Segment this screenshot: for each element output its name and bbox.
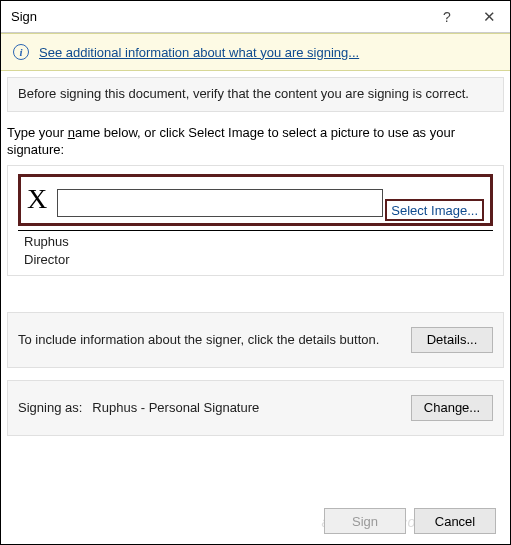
signature-name-input[interactable] xyxy=(57,189,383,217)
cancel-button[interactable]: Cancel xyxy=(414,508,496,534)
prompt-accesskey: n xyxy=(68,125,75,140)
signature-highlight: X Select Image... xyxy=(18,174,493,227)
help-button[interactable]: ? xyxy=(426,1,468,33)
details-section: To include information about the signer,… xyxy=(7,312,504,368)
verify-text: Before signing this document, verify tha… xyxy=(18,86,469,101)
signing-as-section: Signing as: Ruphus - Personal Signature … xyxy=(7,380,504,436)
details-text: To include information about the signer,… xyxy=(18,332,411,347)
dialog-content: Before signing this document, verify tha… xyxy=(1,77,510,436)
info-icon: i xyxy=(13,44,29,60)
signature-line xyxy=(18,230,493,231)
info-link[interactable]: See additional information about what yo… xyxy=(39,45,359,60)
signature-area: X Select Image... Ruphus Director xyxy=(7,165,504,276)
select-image-link[interactable]: Select Image... xyxy=(385,199,484,221)
signature-prompt: Type your name below, or click Select Im… xyxy=(7,124,504,159)
close-button[interactable]: ✕ xyxy=(468,1,510,33)
verify-section: Before signing this document, verify tha… xyxy=(7,77,504,112)
change-button[interactable]: Change... xyxy=(411,395,493,421)
signature-row: X Select Image... xyxy=(27,183,484,218)
dialog-footer: Sign Cancel xyxy=(324,508,496,534)
signature-x-marker: X xyxy=(27,183,49,215)
window-title: Sign xyxy=(11,9,426,24)
signer-title: Director xyxy=(24,251,493,269)
titlebar: Sign ? ✕ xyxy=(1,1,510,33)
prompt-suffix: ame below, or click Select Image to sele… xyxy=(7,125,455,158)
signer-name: Ruphus xyxy=(24,233,493,251)
signing-as-label: Signing as: xyxy=(18,400,82,415)
sign-button[interactable]: Sign xyxy=(324,508,406,534)
signing-as-value: Ruphus - Personal Signature xyxy=(92,400,411,415)
signer-meta: Ruphus Director xyxy=(18,233,493,268)
prompt-prefix: Type your xyxy=(7,125,68,140)
details-button[interactable]: Details... xyxy=(411,327,493,353)
info-banner: i See additional information about what … xyxy=(1,33,510,71)
